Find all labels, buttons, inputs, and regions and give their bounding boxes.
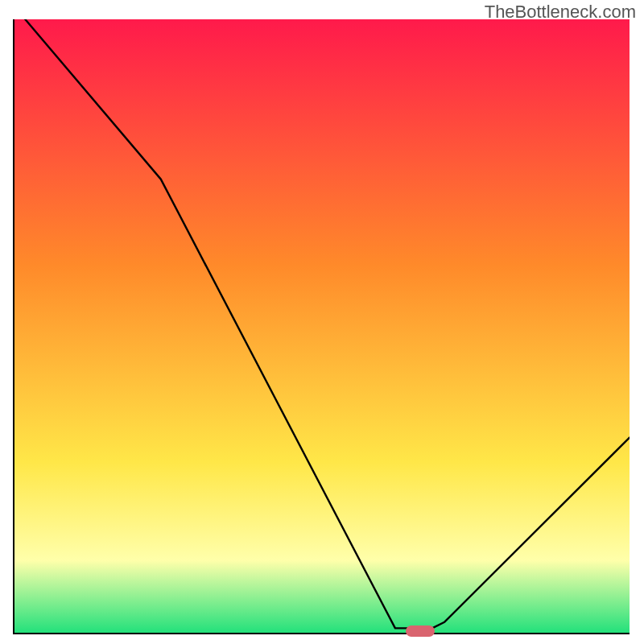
target-marker	[406, 625, 435, 637]
axes	[13, 19, 630, 634]
chart-container: TheBottleneck.com	[0, 0, 644, 644]
